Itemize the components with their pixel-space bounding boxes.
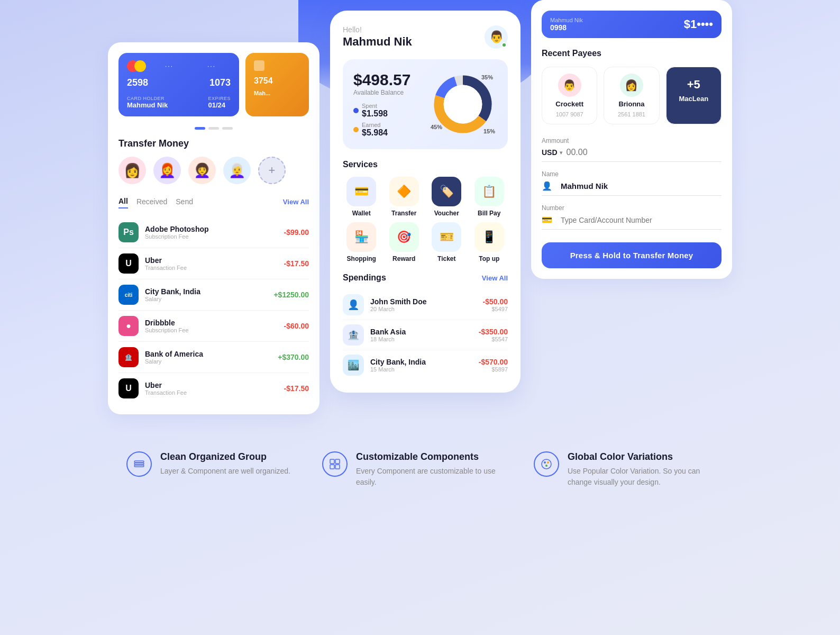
currency-select[interactable]: USD ▾ — [542, 148, 562, 157]
service-transfer[interactable]: 🔶 Transfer — [386, 177, 423, 217]
chart-label-15: 15% — [483, 128, 495, 134]
balance-stats: Spent $1.598 Earned $5.984 — [353, 103, 423, 138]
view-all-link[interactable]: View All — [283, 198, 309, 206]
svg-point-12 — [542, 459, 551, 469]
orange-card[interactable]: 3754 Mah... — [245, 53, 309, 116]
tx-info-ps: Adobe Photoshop Subscription Fee — [145, 225, 284, 240]
service-wallet[interactable]: 💳 Wallet — [343, 177, 380, 217]
earned-row: Earned $5.984 — [353, 122, 423, 138]
card-icon: 💳 — [542, 215, 552, 225]
topup-label: Top up — [479, 255, 499, 262]
shopping-label: Shopping — [347, 255, 376, 262]
feature-desc-customizable: Every Component are customizable to use … — [356, 466, 502, 488]
service-ticket[interactable]: 🎫 Ticket — [428, 222, 465, 262]
amount-label: Ammount — [542, 137, 722, 144]
feature-colors: Global Color Variations Use Popular Colo… — [534, 451, 714, 488]
service-billpay[interactable]: 📋 Bill Pay — [471, 177, 508, 217]
ticket-icon: 🎫 — [432, 222, 461, 252]
balance-amount: $498.57 — [353, 71, 423, 89]
tx-amount-uber: -$17.50 — [284, 259, 309, 268]
payee-more-count: +5 — [687, 78, 700, 92]
add-avatar-button[interactable]: + — [258, 157, 286, 184]
card-dots-right: ··· — [193, 62, 231, 70]
spendings-list: 👤 John Smith Doe 20 March -$50.00 $5497 … — [343, 290, 508, 380]
amount-input[interactable] — [567, 148, 722, 157]
spending-item-john[interactable]: 👤 John Smith Doe 20 March -$50.00 $5497 — [343, 290, 508, 320]
payee-number-maclean — [693, 106, 695, 112]
recent-payees-title: Recent Payees — [542, 49, 722, 58]
avatar-3[interactable]: 👩‍🦱 — [188, 157, 216, 184]
payee-crockett[interactable]: 👨 Crockett 1007 9087 — [542, 67, 597, 124]
tx-amount-citi: +$1250.00 — [273, 291, 309, 299]
tx-logo-uber: U — [118, 253, 139, 274]
card-number-input[interactable] — [561, 216, 722, 224]
tx-logo-citi: citi — [118, 285, 139, 305]
tab-all[interactable]: All — [118, 195, 128, 208]
transaction-item[interactable]: Ps Adobe Photoshop Subscription Fee -$99… — [118, 217, 309, 248]
payee-brionna[interactable]: 👩 Brionna 2561 1881 — [604, 67, 659, 124]
spent-dot — [353, 108, 359, 113]
spending-amounts-john: -$50.00 $5497 — [483, 297, 508, 312]
avatar-4[interactable]: 👩‍🦳 — [223, 157, 251, 184]
spending-item-bankasia[interactable]: 🏦 Bank Asia 18 March -$350.00 $5547 — [343, 320, 508, 350]
service-voucher[interactable]: 🏷️ Voucher — [428, 177, 465, 217]
feature-customizable: Customizable Components Every Component … — [322, 451, 502, 488]
service-shopping[interactable]: 🏪 Shopping — [343, 222, 380, 262]
spending-item-citybank[interactable]: 🏙️ City Bank, India 15 March -$570.00 $5… — [343, 350, 508, 380]
strip-number: 0998 — [550, 23, 583, 32]
payee-avatar-brionna: 👩 — [620, 74, 643, 97]
tx-info-uber: Uber Transaction Fee — [145, 256, 284, 271]
transaction-item[interactable]: ● Dribbble Subscription Fee -$60.00 — [118, 311, 309, 342]
voucher-label: Voucher — [434, 210, 459, 217]
feature-desc-organized: Layer & Component are well organized. — [160, 466, 290, 477]
tx-amount-ps: -$99.00 — [284, 228, 309, 237]
services-grid: 💳 Wallet 🔶 Transfer 🏷️ Voucher 📋 Bill Pa… — [343, 177, 508, 262]
transaction-item[interactable]: U Uber Transaction Fee -$17.50 — [118, 248, 309, 279]
feature-text-colors: Global Color Variations Use Popular Colo… — [568, 451, 714, 488]
ticket-label: Ticket — [437, 255, 455, 262]
spendings-header: Spendings View All — [343, 273, 508, 283]
transaction-item[interactable]: citi City Bank, India Salary +$1250.00 — [118, 279, 309, 311]
feature-organized: Clean Organized Group Layer & Component … — [126, 451, 290, 488]
orange-card-number: 3754 — [254, 76, 300, 86]
payee-name-maclean: MacLean — [679, 95, 709, 103]
service-topup[interactable]: 📱 Top up — [471, 222, 508, 262]
transfer-avatars: 👩 👩‍🦰 👩‍🦱 👩‍🦳 + — [118, 157, 309, 184]
tab-received[interactable]: Received — [136, 195, 167, 208]
card-num-left: 2598 — [127, 77, 148, 88]
spending-logo-bankasia: 🏦 — [343, 324, 364, 346]
feature-title-customizable: Customizable Components — [356, 451, 502, 462]
blue-card[interactable]: ··· ··· 2598 1073 CARD HOLDER Mahmud Nik — [118, 53, 239, 116]
svg-rect-6 — [134, 463, 144, 465]
wallet-label: Wallet — [352, 210, 371, 217]
spendings-view-all[interactable]: View All — [482, 274, 508, 282]
service-reward[interactable]: 🎯 Reward — [386, 222, 423, 262]
name-input[interactable] — [561, 182, 722, 190]
payee-number-crockett: 1007 9087 — [556, 111, 583, 117]
svg-rect-10 — [330, 465, 334, 469]
amount-section: Ammount USD ▾ — [542, 137, 722, 162]
avatar-1[interactable]: 👩 — [118, 157, 146, 184]
transaction-item[interactable]: U Uber Transaction Fee -$17.50 — [118, 373, 309, 404]
card-num-right: 1073 — [209, 77, 231, 88]
payee-more[interactable]: +5 MacLean — [666, 67, 722, 124]
card-input-row: 💳 — [542, 215, 722, 230]
tab-send[interactable]: Send — [176, 195, 193, 208]
payees-row: 👨 Crockett 1007 9087 👩 Brionna 2561 1881… — [542, 67, 722, 124]
orange-card-holder: Mah... — [254, 90, 300, 96]
amount-input-row: USD ▾ — [542, 148, 722, 162]
transaction-item[interactable]: 🏦 Bank of America Salary +$370.00 — [118, 342, 309, 373]
avatar-2[interactable]: 👩‍🦰 — [153, 157, 181, 184]
spending-amounts-bankasia: -$350.00 $5547 — [479, 328, 508, 342]
feature-text-organized: Clean Organized Group Layer & Component … — [160, 451, 290, 477]
feature-icon-layers — [126, 451, 152, 477]
spending-info-citybank: City Bank, India 15 March — [370, 358, 472, 373]
svg-rect-9 — [335, 459, 340, 464]
user-avatar-header[interactable]: 👨 — [485, 25, 508, 49]
spent-amount: $1.598 — [362, 109, 388, 119]
spending-info-john: John Smith Doe 20 March — [370, 297, 477, 312]
center-panel: Hello! Mahmud Nik 👨 $498.57 Available Ba… — [330, 11, 521, 393]
reward-icon: 🎯 — [389, 222, 419, 252]
transfer-button[interactable]: Press & Hold to Transfer Money — [542, 242, 722, 268]
tx-logo-uber2: U — [118, 378, 139, 398]
